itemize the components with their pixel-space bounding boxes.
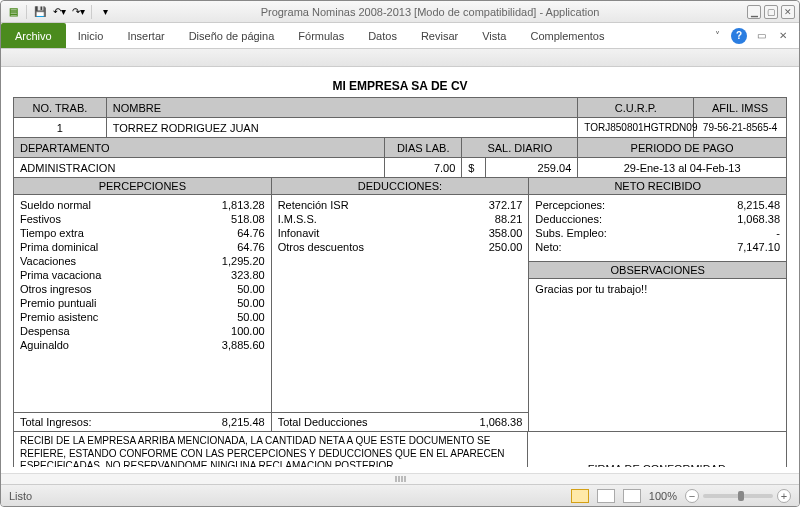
line-item: Premio puntuali50.00	[20, 297, 265, 309]
line-item: Sueldo normal1,813.28	[20, 199, 265, 211]
item-value: 8,215.48	[737, 199, 780, 211]
quick-access-toolbar: ▤ 💾 ↶▾ ↷▾ ▾	[5, 4, 113, 20]
firma-label: FIRMA DE CONFORMIDAD	[528, 432, 786, 467]
item-label: Prima vacaciona	[20, 269, 101, 281]
tab-inicio[interactable]: Inicio	[66, 23, 116, 48]
line-item: Tiempo extra64.76	[20, 227, 265, 239]
observ-head: OBSERVACIONES	[529, 261, 786, 279]
window-controls: ▁ ▢ ✕	[747, 5, 795, 19]
item-value: 64.76	[237, 227, 265, 239]
line-item: Aguinaldo3,885.60	[20, 339, 265, 351]
ribbon-minimize-icon[interactable]: ˅	[709, 28, 725, 44]
observ-body: Gracias por tu trabajo!!	[529, 279, 786, 431]
item-value: 250.00	[489, 241, 523, 253]
tab-formulas[interactable]: Fórmulas	[286, 23, 356, 48]
item-label: Premio puntuali	[20, 297, 96, 309]
undo-icon[interactable]: ↶▾	[51, 4, 67, 20]
lbl-saldiario: SAL. DIARIO	[462, 138, 578, 158]
company-title: MI EMPRESA SA DE CV	[13, 77, 787, 97]
percepciones-body: Sueldo normal1,813.28Festivos518.08Tiemp…	[14, 195, 271, 412]
redo-icon[interactable]: ↷▾	[70, 4, 86, 20]
view-page-layout-icon[interactable]	[597, 489, 615, 503]
neto-column: NETO RECIBIDO Percepciones:8,215.48Deduc…	[529, 178, 786, 431]
item-value: 1,068.38	[737, 213, 780, 225]
horizontal-scroll-area[interactable]	[1, 473, 799, 484]
tab-revisar[interactable]: Revisar	[409, 23, 470, 48]
restore-window-icon[interactable]: ▭	[753, 28, 769, 44]
item-value: 358.00	[489, 227, 523, 239]
app-icon[interactable]: ▤	[5, 4, 21, 20]
item-label: Neto:	[535, 241, 561, 253]
formula-bar-area	[1, 49, 799, 67]
help-icon[interactable]: ?	[731, 28, 747, 44]
item-label: Deducciones:	[535, 213, 602, 225]
lbl-notrab: NO. TRAB.	[14, 98, 107, 118]
maximize-icon[interactable]: ▢	[764, 5, 778, 19]
item-value: 50.00	[237, 283, 265, 295]
deducciones-column: DEDUCCIONES: Retención ISR372.17I.M.S.S.…	[272, 178, 530, 431]
neto-body: Percepciones:8,215.48Deducciones:1,068.3…	[529, 195, 786, 257]
line-item: Vacaciones1,295.20	[20, 255, 265, 267]
val-nombre: TORREZ RODRIGUEZ JUAN	[106, 118, 578, 138]
item-value: 100.00	[231, 325, 265, 337]
item-value: 323.80	[231, 269, 265, 281]
lbl-afil: AFIL. IMSS	[694, 98, 787, 118]
val-depto: ADMINISTRACION	[14, 158, 385, 178]
ribbon: Archivo Inicio Insertar Diseño de página…	[1, 23, 799, 49]
tab-datos[interactable]: Datos	[356, 23, 409, 48]
item-label: Despensa	[20, 325, 70, 337]
tab-complementos[interactable]: Complementos	[518, 23, 616, 48]
line-item: Despensa100.00	[20, 325, 265, 337]
tab-insertar[interactable]: Insertar	[115, 23, 176, 48]
close-workbook-icon[interactable]: ✕	[775, 28, 791, 44]
receipt-text: RECIBI DE LA EMPRESA ARRIBA MENCIONADA, …	[14, 432, 528, 467]
item-value: 64.76	[237, 241, 265, 253]
tab-vista[interactable]: Vista	[470, 23, 518, 48]
item-label: Subs. Empleo:	[535, 227, 607, 239]
line-item: Festivos518.08	[20, 213, 265, 225]
line-item: Premio asistenc50.00	[20, 311, 265, 323]
total-ingresos-row: Total Ingresos: 8,215.48	[14, 412, 271, 431]
item-label: Percepciones:	[535, 199, 605, 211]
val-saldiario-sym: $	[462, 158, 485, 178]
val-saldiario: 259.04	[485, 158, 578, 178]
val-curp: TORJ850801HGTRDN09	[578, 118, 694, 138]
qat-customize-icon[interactable]: ▾	[97, 4, 113, 20]
neto-head: NETO RECIBIDO	[529, 178, 786, 195]
line-item: I.M.S.S.88.21	[278, 213, 523, 225]
zoom-in-icon[interactable]: +	[777, 489, 791, 503]
lbl-periodo: PERIODO DE PAGO	[578, 138, 787, 158]
line-item: Otros ingresos50.00	[20, 283, 265, 295]
item-value: 50.00	[237, 297, 265, 309]
val-notrab: 1	[14, 118, 107, 138]
val-total-ingresos: 8,215.48	[222, 416, 265, 428]
lbl-depto: DEPARTAMENTO	[14, 138, 385, 158]
minimize-icon[interactable]: ▁	[747, 5, 761, 19]
item-value: 88.21	[495, 213, 523, 225]
zoom-label: 100%	[649, 490, 677, 502]
item-label: I.M.S.S.	[278, 213, 317, 225]
line-item: Otros descuentos250.00	[278, 241, 523, 253]
tab-diseno[interactable]: Diseño de página	[177, 23, 287, 48]
zoom-slider[interactable]	[703, 494, 773, 498]
save-icon[interactable]: 💾	[32, 4, 48, 20]
close-icon[interactable]: ✕	[781, 5, 795, 19]
val-diaslab: 7.00	[385, 158, 462, 178]
line-item: Prima vacaciona323.80	[20, 269, 265, 281]
item-label: Aguinaldo	[20, 339, 69, 351]
employee-header-table: NO. TRAB. NOMBRE C.U.R.P. AFIL. IMSS 1 T…	[13, 97, 787, 178]
view-pagebreak-icon[interactable]	[623, 489, 641, 503]
item-value: 50.00	[237, 311, 265, 323]
lbl-nombre: NOMBRE	[106, 98, 578, 118]
val-periodo: 29-Ene-13 al 04-Feb-13	[578, 158, 787, 178]
item-value: 372.17	[489, 199, 523, 211]
zoom-out-icon[interactable]: −	[685, 489, 699, 503]
percepciones-column: PERCEPCIONES Sueldo normal1,813.28Festiv…	[14, 178, 272, 431]
file-tab[interactable]: Archivo	[1, 23, 66, 48]
item-label: Sueldo normal	[20, 199, 91, 211]
lbl-diaslab: DIAS LAB.	[385, 138, 462, 158]
status-ready: Listo	[9, 490, 32, 502]
item-label: Premio asistenc	[20, 311, 98, 323]
view-normal-icon[interactable]	[571, 489, 589, 503]
deducciones-body: Retención ISR372.17I.M.S.S.88.21Infonavi…	[272, 195, 529, 412]
